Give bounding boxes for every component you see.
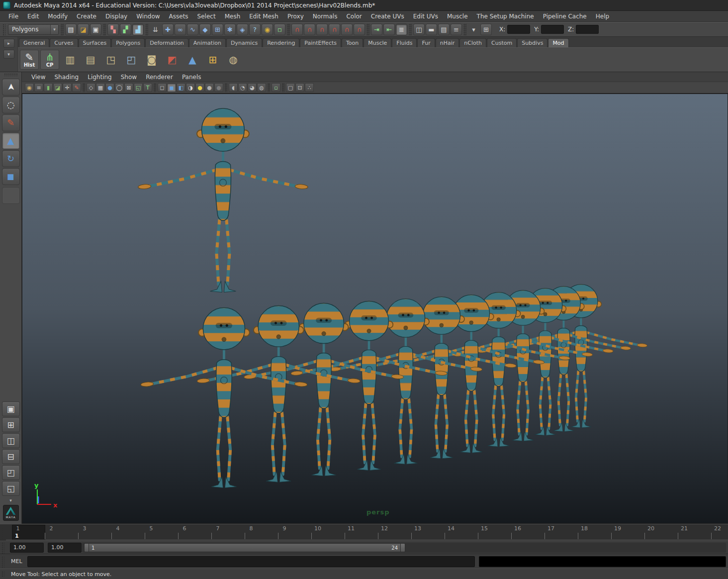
select-rendering-icon[interactable]: ◈ [237,24,248,35]
chevron-down-icon[interactable]: ▾ [468,24,479,35]
collapse-masks-icon[interactable]: ⇊ [150,24,161,35]
offset-edge-loop-icon[interactable]: ▤ [81,50,100,70]
status-line-separator[interactable] [287,23,290,35]
range-start-handle[interactable] [85,544,89,552]
select-dynamics-icon[interactable]: ✱ [224,24,236,35]
move-tool-button[interactable]: ▲ [2,132,20,149]
ipr-render-icon[interactable]: ▤ [438,24,450,35]
menu-display[interactable]: Display [101,12,132,21]
menu-edit-uvs[interactable]: Edit UVs [409,12,443,21]
shelf-tab-curves[interactable]: Curves [50,38,78,47]
shelf-tab-surfaces[interactable]: Surfaces [79,38,111,47]
save-scene-icon[interactable]: ▣ [90,24,101,35]
select-curves-icon[interactable]: ∿ [187,24,198,35]
status-line-separator[interactable] [145,23,148,35]
viewport[interactable]: y x persp [22,94,728,524]
select-component-type-icon[interactable]: ▞ [120,24,131,35]
playback-start-field[interactable]: 1.00 [48,543,82,553]
select-miscellaneous-icon[interactable]: ? [249,24,261,35]
select-tool-button[interactable]: ➤ [2,79,20,96]
grease-pencil-icon[interactable]: ✎ [72,83,81,92]
wireframe-icon[interactable]: ◇ [87,83,95,92]
shelf-tab-fluids[interactable]: Fluids [392,38,417,47]
lighting-all-icon[interactable]: ● [195,83,204,92]
panel-menu-view[interactable]: View [27,73,50,81]
panel-menu-shading[interactable]: Shading [50,73,83,81]
combine-icon[interactable]: ◙ [142,50,161,70]
title-bar[interactable]: Autodesk Maya 2014 x64 - Educational Ver… [0,0,728,11]
range-slider-grip[interactable] [1,542,4,554]
select-object-type-icon[interactable]: ▟ [132,24,144,35]
shelf-tab-animation[interactable]: Animation [189,38,226,47]
menu-modify[interactable]: Modify [43,12,72,21]
coord-input-z[interactable] [576,25,599,34]
lighting-flat-icon[interactable]: ● [205,83,214,92]
insert-edge-loop-icon[interactable]: ▥ [61,50,80,70]
select-joints-icon[interactable]: ∞ [175,24,186,35]
multisample-icon[interactable]: ◍ [257,83,266,92]
command-line-grip[interactable] [1,556,4,568]
shelf-tab-cycle-button[interactable]: ▸ [3,39,14,48]
playback-range-bar[interactable]: 1 24 [84,543,405,552]
snap-to-curve-icon[interactable]: ∩ [304,24,315,35]
duplicate-face-icon[interactable]: ◰ [122,50,141,70]
coord-input-y[interactable] [541,25,564,34]
status-line-separator[interactable] [366,23,369,35]
menu-the-setup-machine[interactable]: The Setup Machine [472,12,539,21]
maya-logo-button[interactable]: MAYA [3,505,19,521]
select-hierarchy-icon[interactable]: ▚ [107,24,119,35]
render-view-icon[interactable]: ◫ [413,24,425,35]
shelf-tab-polygons[interactable]: Polygons [111,38,145,47]
shelf-tab-toon[interactable]: Toon [342,38,363,47]
snap-to-view-plane-icon[interactable]: ∩ [341,24,353,35]
two-d-pan-zoom-icon[interactable]: ✛ [63,83,72,92]
menu-proxy[interactable]: Proxy [283,12,308,21]
safe-title-icon[interactable]: T [143,83,152,92]
layout-outliner-persp-button[interactable]: ◫ [2,433,20,448]
last-tool-slot[interactable] [2,187,20,204]
bevel-icon[interactable]: ◩ [163,50,182,70]
select-camera-icon[interactable]: ◉ [25,83,34,92]
plugin-shapes-icon[interactable]: ∴ [305,83,314,92]
motion-blur-icon[interactable]: ◕ [248,83,257,92]
output-connections-icon[interactable]: ⇤ [383,24,395,35]
menu-create-uvs[interactable]: Create UVs [366,12,409,21]
new-scene-icon[interactable]: ▤ [65,24,77,35]
paint-select-tool-button[interactable]: ✎ [2,114,20,131]
shelf-tab-general[interactable]: General [19,38,49,47]
input-connections-icon[interactable]: ⇥ [371,24,382,35]
layout-persp-graph-button[interactable]: ⊟ [2,449,20,464]
extrude-icon[interactable]: ◳ [101,50,120,70]
help-line-grip[interactable] [1,571,4,578]
menu-create[interactable]: Create [72,12,101,21]
soft-modification-icon[interactable]: ▲ [183,50,202,70]
status-line-separator[interactable] [103,23,106,35]
image-plane-icon[interactable]: ◪ [53,83,62,92]
menu-assets[interactable]: Assets [165,12,193,21]
coord-input-x[interactable] [507,25,530,34]
scale-tool-button[interactable]: ◼ [2,168,20,185]
lattice-icon[interactable]: ⊞ [203,50,222,70]
menu-set-selector[interactable]: Polygons ▾ [8,24,59,35]
construction-history-icon[interactable]: ≣ [396,24,407,35]
film-gate-icon[interactable]: ▦ [96,83,105,92]
menu-help[interactable]: Help [591,12,614,21]
xray-icon[interactable]: ▢ [286,83,295,92]
ao-icon[interactable]: ◔ [238,83,247,92]
shelf-tab-fur[interactable]: Fur [417,38,435,47]
menu-edit-mesh[interactable]: Edit Mesh [245,12,283,21]
safe-action-icon[interactable]: ◱ [134,83,143,92]
menu-window[interactable]: Window [132,12,164,21]
select-deformations-icon[interactable]: ⊞ [212,24,223,35]
cp-button[interactable]: ⋔CP [40,50,59,70]
shelf-tab-subdivs[interactable]: Subdivs [517,38,547,47]
select-handles-icon[interactable]: ✚ [162,24,174,35]
snap-to-point-icon[interactable]: ∩ [316,24,328,35]
make-live-icon[interactable]: ∩ [354,24,365,35]
camera-attributes-icon[interactable]: ≡ [34,83,43,92]
range-track[interactable]: 1 24 [82,543,726,553]
shelf-tab-deformation[interactable]: Deformation [145,38,188,47]
menu-color[interactable]: Color [342,12,366,21]
isolate-select-icon[interactable]: ▫ [272,83,280,92]
animation-start-field[interactable]: 1.00 [10,543,44,553]
